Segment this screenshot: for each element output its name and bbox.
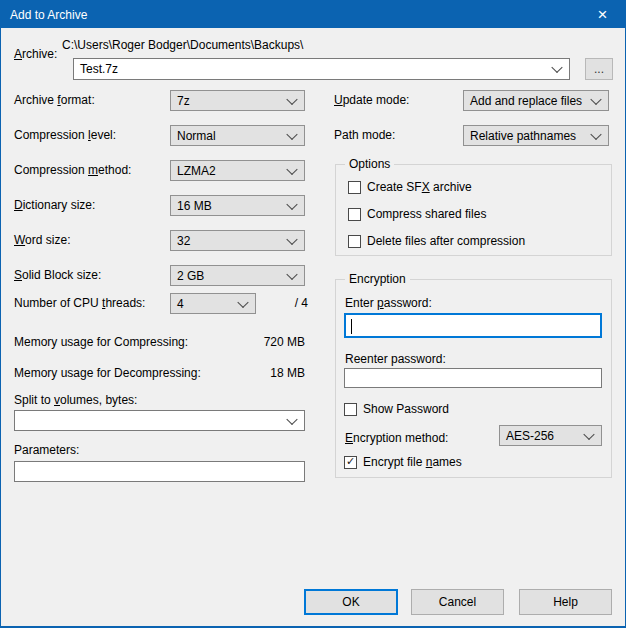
chevron-down-icon [286, 93, 297, 104]
chevron-down-icon [286, 233, 297, 244]
ok-button[interactable]: OK [304, 589, 398, 615]
word-size-select[interactable]: 32 [170, 230, 305, 251]
chevron-down-icon [286, 413, 297, 424]
reenter-password-label: Reenter password: [345, 352, 446, 367]
archive-dir-path: C:\Users\Roger Bodger\Documents\Backups\ [62, 38, 303, 53]
compress-shared-label: Compress shared files [367, 207, 486, 221]
delete-after-label: Delete files after compression [367, 234, 525, 248]
dictionary-size-label: Dictionary size: [14, 198, 95, 213]
cpu-threads-label: Number of CPU threads: [14, 296, 145, 311]
compression-method-value: LZMA2 [177, 164, 216, 178]
memory-compressing-label: Memory usage for Compressing: [14, 335, 188, 350]
help-button[interactable]: Help [519, 589, 612, 615]
cancel-button-label: Cancel [439, 595, 476, 609]
memory-decompressing-value: 18 MB [205, 366, 305, 380]
chevron-down-icon [286, 198, 297, 209]
archive-name-value: Test.7z [80, 62, 118, 76]
split-volumes-combobox[interactable] [14, 410, 305, 431]
create-sfx-label: Create SFX archive [367, 180, 472, 194]
solid-block-size-label: Solid Block size: [14, 268, 101, 283]
path-mode-select[interactable]: Relative pathnames [463, 125, 609, 146]
encryption-group-title: Encryption [345, 272, 410, 287]
update-mode-value: Add and replace files [470, 94, 582, 108]
show-password-label: Show Password [363, 402, 449, 416]
word-size-value: 32 [177, 234, 190, 248]
cpu-threads-max: / 4 [256, 296, 308, 310]
chevron-down-icon [551, 62, 562, 73]
close-button[interactable]: × [580, 1, 625, 28]
text-caret [351, 319, 352, 334]
chevron-down-icon [237, 296, 248, 307]
compression-method-select[interactable]: LZMA2 [170, 160, 305, 181]
cpu-threads-value: 4 [177, 297, 184, 311]
compression-method-label: Compression method: [14, 163, 131, 178]
delete-after-row[interactable]: Delete files after compression [348, 234, 525, 248]
chevron-down-icon [583, 428, 594, 439]
update-mode-label: Update mode: [334, 93, 409, 108]
solid-block-size-select[interactable]: 2 GB [170, 265, 305, 286]
browse-button[interactable]: ... [585, 58, 613, 80]
word-size-label: Word size: [14, 233, 70, 248]
dialog-title: Add to Archive [10, 8, 87, 22]
chevron-down-icon [286, 128, 297, 139]
parameters-input[interactable] [14, 461, 305, 482]
memory-compressing-value: 720 MB [205, 335, 305, 349]
show-password-row[interactable]: Show Password [344, 402, 449, 416]
delete-after-checkbox[interactable] [348, 235, 361, 248]
browse-ellipsis: ... [594, 62, 604, 76]
enter-password-input[interactable] [344, 313, 602, 338]
add-to-archive-dialog: Add to Archive × Archive: C:\Users\Roger… [0, 0, 626, 628]
chevron-down-icon [590, 128, 601, 139]
reenter-password-input[interactable] [344, 368, 602, 388]
help-button-label: Help [553, 595, 578, 609]
archive-format-value: 7z [177, 94, 190, 108]
enter-password-label: Enter password: [345, 296, 432, 311]
compress-shared-row[interactable]: Compress shared files [348, 207, 486, 221]
create-sfx-row[interactable]: Create SFX archive [348, 180, 472, 194]
encrypt-names-label: Encrypt file names [363, 455, 462, 469]
solid-block-size-value: 2 GB [177, 269, 204, 283]
update-mode-select[interactable]: Add and replace files [463, 90, 609, 111]
cancel-button[interactable]: Cancel [411, 589, 504, 615]
chevron-down-icon [590, 93, 601, 104]
memory-decompressing-label: Memory usage for Decompressing: [14, 366, 201, 381]
archive-format-label: Archive format: [14, 93, 95, 108]
title-bar: Add to Archive [1, 1, 625, 28]
compression-level-select[interactable]: Normal [170, 125, 305, 146]
show-password-checkbox[interactable] [344, 403, 357, 416]
chevron-down-icon [286, 268, 297, 279]
cpu-threads-select[interactable]: 4 [170, 293, 256, 314]
archive-name-combobox[interactable]: Test.7z [73, 58, 570, 80]
compress-shared-checkbox[interactable] [348, 208, 361, 221]
archive-label: Archive: [14, 47, 57, 62]
encrypt-names-row[interactable]: Encrypt file names [344, 455, 462, 469]
create-sfx-checkbox[interactable] [348, 181, 361, 194]
dictionary-size-select[interactable]: 16 MB [170, 195, 305, 216]
compression-level-label: Compression level: [14, 128, 116, 143]
encryption-method-value: AES-256 [506, 429, 554, 443]
encryption-method-label: Encryption method: [345, 431, 448, 446]
split-volumes-label: Split to volumes, bytes: [14, 393, 137, 408]
close-icon: × [598, 6, 608, 23]
parameters-label: Parameters: [14, 443, 79, 458]
ok-button-label: OK [342, 595, 359, 609]
options-group-title: Options [345, 157, 394, 172]
dictionary-size-value: 16 MB [177, 199, 212, 213]
archive-format-select[interactable]: 7z [170, 90, 305, 111]
compression-level-value: Normal [177, 129, 216, 143]
encrypt-names-checkbox[interactable] [344, 456, 357, 469]
encryption-method-select[interactable]: AES-256 [499, 425, 602, 446]
chevron-down-icon [286, 163, 297, 174]
path-mode-value: Relative pathnames [470, 129, 576, 143]
path-mode-label: Path mode: [334, 128, 395, 143]
